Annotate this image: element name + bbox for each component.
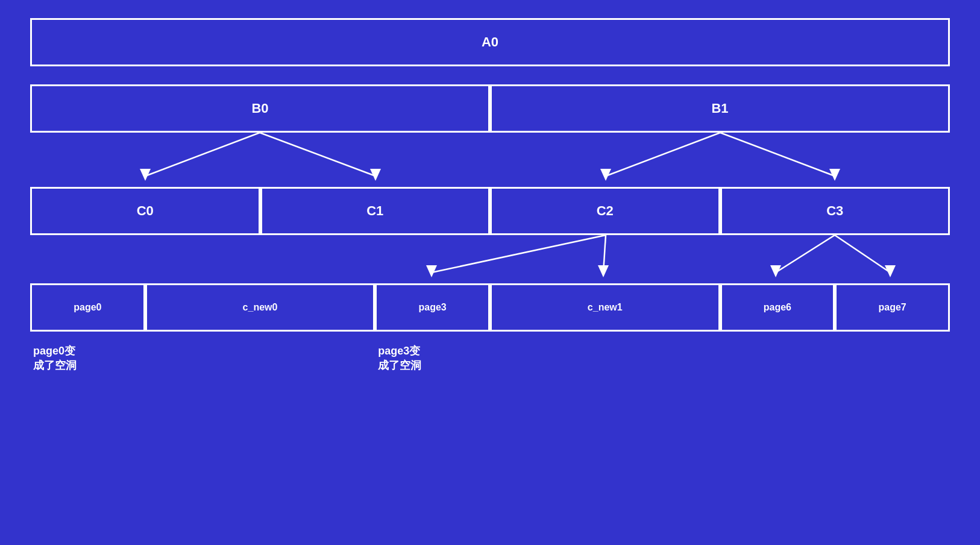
svg-line-8	[432, 235, 606, 272]
main-container: A0 B0 B1 C0	[0, 0, 980, 545]
svg-line-4	[606, 133, 720, 176]
bottom-labels: page0变成了空洞 page3变成了空洞	[30, 344, 950, 373]
node-page7: page7	[835, 283, 950, 332]
node-page0: page0	[30, 283, 145, 332]
label-page3-hollow: page3变成了空洞	[375, 344, 950, 373]
node-c3: C3	[720, 187, 950, 235]
label-page0-hollow: page0变成了空洞	[30, 344, 375, 373]
arrows-c-p-svg	[30, 235, 950, 283]
node-c-new1: c_new1	[490, 283, 720, 332]
svg-marker-11	[598, 265, 609, 277]
svg-marker-15	[885, 265, 896, 277]
arrows-c-to-pages	[30, 235, 950, 283]
svg-line-6	[720, 133, 835, 176]
svg-marker-13	[770, 265, 781, 277]
node-b0: B0	[30, 84, 490, 133]
node-c-new0: c_new0	[145, 283, 375, 332]
node-c1: C1	[260, 187, 491, 235]
svg-line-2	[260, 133, 375, 176]
node-page3: page3	[375, 283, 490, 332]
svg-line-14	[835, 235, 890, 272]
node-c2: C2	[490, 187, 720, 235]
arrows-b-to-c	[30, 133, 950, 187]
node-b1: B1	[490, 84, 950, 133]
row-pages: page0 c_new0 page3 c_new1 page6 page7	[30, 283, 950, 332]
row-a: A0	[30, 18, 950, 66]
node-c0: C0	[30, 187, 260, 235]
arrows-b-c-svg	[30, 133, 950, 187]
svg-line-12	[776, 235, 835, 272]
row-c: C0 C1 C2 C3	[30, 187, 950, 235]
node-a0: A0	[30, 18, 950, 66]
svg-line-0	[145, 133, 260, 176]
node-page6: page6	[720, 283, 835, 332]
row-b: B0 B1	[30, 84, 950, 133]
